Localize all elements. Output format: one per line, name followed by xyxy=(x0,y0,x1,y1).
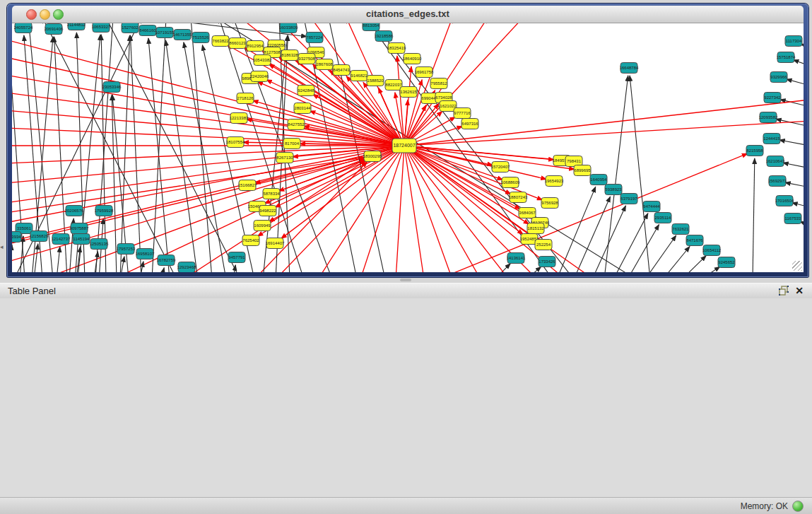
graph-node[interactable]: 6497316 xyxy=(461,119,478,129)
graph-node[interactable]: 18300295 xyxy=(363,151,382,162)
graph-node[interactable]: 8813054 xyxy=(363,23,379,31)
graph-edge[interactable] xyxy=(404,146,503,180)
graph-node[interactable]: 2867608 xyxy=(316,59,333,70)
graph-edge[interactable] xyxy=(628,225,659,272)
graph-node[interactable]: 10653327 xyxy=(92,23,111,33)
graph-node[interactable]: 1640954 xyxy=(590,175,607,185)
graph-node[interactable]: 18107554 xyxy=(226,137,245,148)
graph-node[interactable]: 252254 xyxy=(535,240,552,250)
graph-node[interactable]: 9498222 xyxy=(259,206,276,216)
graph-edge[interactable] xyxy=(130,35,141,272)
graph-node[interactable]: 16914407 xyxy=(266,238,285,249)
graph-node[interactable]: 8215958 xyxy=(746,146,763,156)
graph-edge[interactable] xyxy=(191,23,212,272)
graph-node[interactable]: 1609949 xyxy=(254,221,271,231)
graph-node[interactable]: 12505135 xyxy=(90,239,109,250)
graph-edge[interactable] xyxy=(404,146,566,160)
graph-node[interactable]: 9777716 xyxy=(454,108,471,119)
graph-edge[interactable] xyxy=(793,60,804,66)
graph-edge[interactable] xyxy=(57,247,60,272)
graph-edge[interactable] xyxy=(783,163,804,168)
graph-node[interactable]: 17957253 xyxy=(117,244,136,255)
graph-node[interactable]: 12213383 xyxy=(230,113,249,124)
float-window-icon[interactable] xyxy=(779,286,789,296)
graph-edge[interactable] xyxy=(152,23,166,272)
graph-node[interactable]: 1527602 xyxy=(122,23,139,33)
graph-node[interactable]: 16648784 xyxy=(620,63,639,74)
graph-node[interactable]: 3684067 xyxy=(519,208,536,218)
graph-node[interactable]: 17959928 xyxy=(95,206,114,216)
graph-node[interactable]: 16958107 xyxy=(136,249,155,259)
graph-edge[interactable] xyxy=(604,76,628,272)
resize-grip-icon[interactable] xyxy=(792,261,802,271)
graph-edge[interactable] xyxy=(701,267,720,272)
graph-node[interactable]: 9756928 xyxy=(541,198,558,209)
graph-node[interactable]: 6899695 xyxy=(574,165,591,176)
graph-node[interactable]: 90975887 xyxy=(70,223,89,234)
graph-node[interactable]: 8912954 xyxy=(247,41,264,52)
network-canvas[interactable]: 2405572420691406211448121065332715276028… xyxy=(12,23,804,272)
graph-node[interactable]: 5938923 xyxy=(605,185,622,195)
graph-edge[interactable] xyxy=(184,42,226,272)
graph-node[interactable]: 1588520 xyxy=(367,76,384,86)
graph-node[interactable]: 2935114 xyxy=(654,213,671,223)
graph-node[interactable]: 10543382 xyxy=(253,55,272,66)
graph-node[interactable]: 7663822 xyxy=(212,36,229,47)
graph-edge[interactable] xyxy=(318,146,404,272)
graph-node[interactable]: 19654923 xyxy=(545,176,564,187)
graph-edge[interactable] xyxy=(557,187,596,272)
graph-edge[interactable] xyxy=(574,197,611,272)
graph-node[interactable]: 18640910 xyxy=(403,54,422,64)
graph-edge[interactable] xyxy=(161,268,164,272)
graph-edge[interactable] xyxy=(404,146,481,272)
graph-node[interactable]: 1815132 xyxy=(527,223,544,234)
graph-node[interactable]: 20691406 xyxy=(45,24,64,35)
graph-node[interactable]: 18807243 xyxy=(509,192,528,203)
graph-node[interactable]: 15720407 xyxy=(491,162,510,173)
splitter-handle[interactable] xyxy=(400,279,411,281)
graph-node[interactable]: 8427552 xyxy=(288,119,305,130)
graph-node[interactable]: 18325419 xyxy=(387,43,406,54)
graph-node[interactable]: 1733426 xyxy=(539,257,555,267)
graph-edge[interactable] xyxy=(792,203,804,207)
graph-node[interactable]: 9146821 xyxy=(351,71,367,81)
graph-node[interactable]: 15751874 xyxy=(777,52,796,63)
graph-edge[interactable] xyxy=(266,80,404,146)
graph-edge[interactable] xyxy=(12,93,404,146)
graph-node[interactable]: 8660123 xyxy=(229,38,246,49)
graph-node[interactable]: 15692971 xyxy=(768,176,787,187)
graph-node[interactable]: 3313934 xyxy=(12,232,21,243)
panel-collapse-arrow-icon[interactable]: ◂ xyxy=(0,243,4,250)
graph-node[interactable]: 14136141 xyxy=(507,253,526,264)
graph-node[interactable]: 17016504 xyxy=(775,196,794,206)
graph-edge[interactable] xyxy=(753,158,755,272)
graph-node[interactable]: 1145194 xyxy=(73,234,90,245)
close-panel-icon[interactable]: ✕ xyxy=(795,285,804,296)
graph-node[interactable]: 24055724 xyxy=(14,23,33,33)
graph-node[interactable]: 2718126 xyxy=(237,93,254,104)
graph-edge[interactable] xyxy=(112,95,117,272)
graph-node[interactable]: 1167533 xyxy=(784,214,801,224)
graph-node[interactable]: 8466160 xyxy=(139,25,156,36)
graph-node[interactable]: 16033809 xyxy=(279,23,298,33)
graph-edge[interactable] xyxy=(779,140,804,146)
graph-node[interactable]: 2803144 xyxy=(294,103,311,114)
graph-node[interactable]: 1117304 xyxy=(785,36,802,47)
graph-node[interactable]: 19218586 xyxy=(375,31,394,42)
graph-node[interactable]: 10719155 xyxy=(155,28,175,38)
graph-node[interactable]: 9227342 xyxy=(764,93,781,103)
graph-node[interactable]: 12156829 xyxy=(30,231,49,242)
graph-node[interactable]: 9474444 xyxy=(643,201,660,212)
graph-edge[interactable] xyxy=(663,247,690,272)
graph-edge[interactable] xyxy=(785,182,804,187)
graph-node[interactable]: 9242848 xyxy=(298,86,314,96)
graph-node[interactable]: 9457791 xyxy=(228,252,245,263)
graph-node[interactable]: 7632621 xyxy=(672,224,689,235)
graph-node[interactable]: 5878334 xyxy=(263,189,280,199)
graph-node[interactable]: 23053346 xyxy=(102,82,122,93)
graph-node[interactable]: 15166827 xyxy=(238,180,257,191)
graph-edge[interactable] xyxy=(106,23,240,272)
graph-node[interactable]: 12142737 xyxy=(52,234,71,245)
graph-node[interactable]: 8267130 xyxy=(276,153,293,163)
graph-node[interactable]: 22420046 xyxy=(250,71,269,82)
